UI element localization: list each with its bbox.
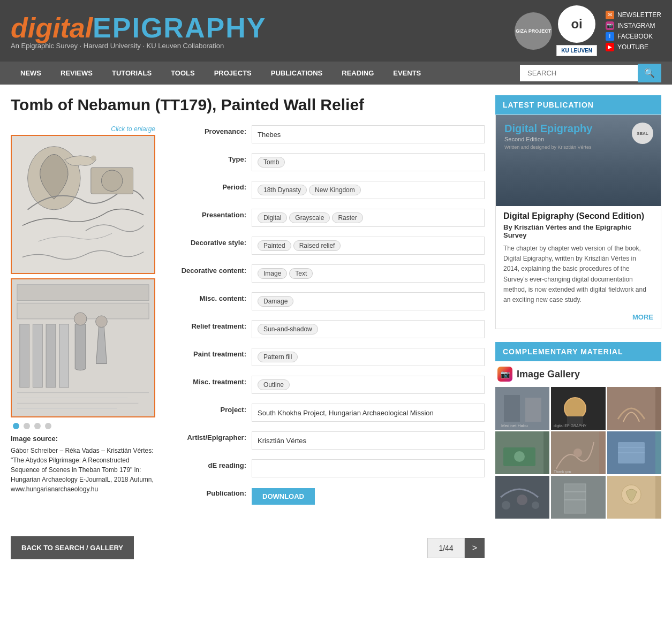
period-label: Period:	[166, 181, 246, 191]
complementary-material-header: COMPLEMENTARY MATERIAL	[495, 342, 661, 361]
gallery-thumb-7[interactable]	[495, 476, 549, 519]
nav-links: NEWS REVIEWS TUTORIALS TOOLS PROJECTS PU…	[11, 62, 431, 85]
period-value: 18th Dynasty New Kingdom	[252, 181, 485, 199]
tag-digital[interactable]: Digital	[258, 212, 287, 223]
gallery-thumb-4[interactable]	[495, 431, 549, 474]
svg-point-13	[96, 316, 108, 328]
logo-subtitle: An Epigraphic Survey · Harvard Universit…	[11, 42, 266, 50]
search-bar: 🔍	[520, 64, 661, 82]
tag-18th-dynasty[interactable]: 18th Dynasty	[258, 185, 307, 195]
svg-rect-42	[564, 484, 586, 513]
back-to-search-button[interactable]: BACK TO SEARCH / GALLERY	[11, 536, 134, 559]
tag-grayscale[interactable]: Grayscale	[289, 212, 330, 223]
youtube-link[interactable]: ▶ YOUTUBE	[606, 43, 661, 51]
gallery-label-text: Image Gallery	[517, 369, 580, 380]
main-container: Tomb of Nebamun (TT179), Painted Wall Re…	[0, 85, 672, 570]
giza-text: GIZA PROJECT	[516, 28, 551, 34]
field-decorative-content: Decorative content: Image Text	[166, 264, 485, 283]
click-to-enlarge[interactable]: Click to enlarge	[11, 125, 155, 133]
gallery-thumb-6[interactable]	[607, 431, 661, 474]
field-de-reading: dE reading:	[166, 459, 485, 477]
field-presentation: Presentation: Digital Grayscale Raster	[166, 209, 485, 227]
misc-content-value: Damage	[252, 292, 485, 310]
pub-description: The chapter by chapter web version of th…	[503, 244, 653, 305]
search-input[interactable]	[520, 65, 638, 81]
pub-image-title: Digital Epigraphy	[504, 123, 652, 135]
publication-label: Publication:	[166, 487, 246, 497]
oi-logo[interactable]: oi	[558, 5, 595, 43]
tag-raster[interactable]: Raster	[332, 212, 363, 223]
pub-image-subtitle: Written and designed by Krisztián Vértes	[504, 145, 652, 150]
instagram-link[interactable]: 📷 INSTAGRAM	[606, 21, 661, 30]
decorative-style-value: Painted Raised relief	[252, 237, 485, 255]
misc-treatment-label: Misc. treatment:	[166, 376, 246, 386]
tag-text[interactable]: Text	[289, 268, 313, 279]
svg-point-29	[514, 451, 525, 462]
nav-tools[interactable]: TOOLS	[161, 62, 205, 85]
download-button[interactable]: DOWNLOAD	[252, 488, 315, 505]
decorative-style-label: Decorative style:	[166, 237, 246, 247]
dot-1[interactable]	[13, 423, 19, 429]
email-icon: ✉	[606, 11, 614, 19]
youtube-icon: ▶	[606, 43, 614, 51]
facebook-label: FACEBOOK	[617, 33, 653, 40]
gallery-thumb-1[interactable]: Medinet Habu	[495, 387, 549, 430]
instagram-gallery-icon: 📷	[497, 367, 512, 382]
svg-rect-6	[17, 285, 149, 301]
search-button[interactable]: 🔍	[638, 64, 661, 82]
dot-2[interactable]	[24, 423, 30, 429]
dot-indicators	[11, 423, 155, 429]
field-misc-treatment: Misc. treatment: Outline	[166, 376, 485, 394]
latest-publication-header: LATEST PUBLICATION	[495, 95, 661, 115]
giza-logo[interactable]: GIZA PROJECT	[515, 12, 552, 50]
logo-area: digital EPIGRAPHY An Epigraphic Survey ·…	[11, 12, 266, 50]
gallery-thumb-8[interactable]	[551, 476, 605, 519]
tag-sun-and-shadow[interactable]: Sun-and-shadow	[258, 324, 318, 334]
facebook-link[interactable]: f FACEBOOK	[606, 32, 661, 41]
svg-text:Medinet Habu: Medinet Habu	[501, 423, 528, 428]
gallery-thumb-3[interactable]	[607, 387, 661, 430]
gallery-thumb-2[interactable]: digital EPIGRAPHY	[551, 387, 605, 430]
paint-treatment-label: Paint treatment:	[166, 348, 246, 358]
nav-events[interactable]: EVENTS	[383, 62, 431, 85]
tag-outline[interactable]: Outline	[258, 379, 290, 390]
tag-pattern-fill[interactable]: Pattern fill	[258, 352, 298, 362]
gallery-thumb-5[interactable]: Thank you	[551, 431, 605, 474]
social-links: ✉ NEWSLETTER 📷 INSTAGRAM f FACEBOOK ▶ YO…	[606, 11, 661, 51]
svg-rect-19	[504, 395, 520, 422]
pub-author: By Krisztián Vértes and the Epigraphic S…	[503, 223, 653, 239]
svg-rect-24	[567, 416, 583, 424]
nav-reviews[interactable]: REVIEWS	[51, 62, 102, 85]
tag-raised-relief[interactable]: Raised relief	[293, 240, 341, 251]
tag-painted[interactable]: Painted	[258, 240, 291, 251]
nav-tutorials[interactable]: TUTORIALS	[102, 62, 161, 85]
tag-image[interactable]: Image	[258, 268, 287, 279]
newsletter-link[interactable]: ✉ NEWSLETTER	[606, 11, 661, 19]
kuleuven-badge[interactable]: KU LEUVEN	[556, 45, 597, 56]
main-artwork-image[interactable]	[11, 135, 155, 274]
nav-news[interactable]: NEWS	[11, 62, 51, 85]
tag-damage[interactable]: Damage	[258, 296, 293, 307]
logo-epigraphy[interactable]: EPIGRAPHY	[93, 12, 266, 44]
dot-3[interactable]	[34, 423, 41, 429]
nav-publications[interactable]: PUBLICATIONS	[261, 62, 333, 85]
nav-reading[interactable]: READING	[332, 62, 383, 85]
secondary-artwork-image[interactable]	[11, 278, 155, 417]
field-misc-content: Misc. content: Damage	[166, 292, 485, 310]
nav-projects[interactable]: PROJECTS	[205, 62, 261, 85]
dot-4[interactable]	[45, 423, 51, 429]
publication-book-image[interactable]: Digital Epigraphy Second Edition SEAL Wr…	[496, 115, 661, 206]
next-page-button[interactable]: >	[465, 538, 485, 558]
gallery-thumb-9[interactable]	[607, 476, 661, 519]
tag-tomb[interactable]: Tomb	[258, 157, 285, 168]
pub-more-link[interactable]: MORE	[632, 313, 653, 321]
tag-new-kingdom[interactable]: New Kingdom	[309, 185, 361, 195]
logo-digital[interactable]: digital	[11, 12, 93, 44]
youtube-label: YOUTUBE	[617, 43, 648, 51]
header: digital EPIGRAPHY An Epigraphic Survey ·…	[0, 0, 672, 62]
svg-point-23	[564, 398, 586, 419]
image-gallery: Click to enlarge	[11, 125, 155, 515]
image-gallery-grid: Medinet Habu digital EPIGRAPHY Thank you	[495, 387, 661, 519]
svg-point-31	[573, 448, 582, 457]
page-indicator: 1/44	[427, 538, 464, 558]
